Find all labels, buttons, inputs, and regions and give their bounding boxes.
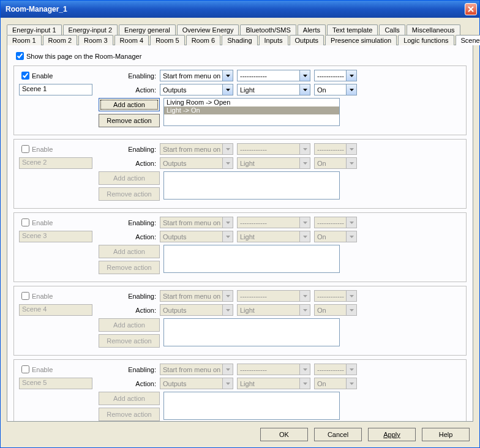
select-value: Start from menu on [160, 365, 222, 374]
select-value: Light [238, 86, 299, 94]
select-value: Outputs [160, 159, 222, 168]
list-item[interactable]: Living Room -> Open [164, 99, 339, 106]
select-value: Outputs [160, 306, 222, 315]
scene-name-input: Scene 3 [19, 231, 92, 242]
select: On [314, 304, 357, 316]
select[interactable]: ------------ [237, 70, 310, 81]
chevron-down-icon [222, 217, 233, 228]
action-label: Action: [86, 307, 160, 314]
select[interactable]: On [314, 84, 357, 95]
actions-listbox [163, 245, 340, 273]
select-value: On [315, 233, 346, 241]
tab-text-template[interactable]: Text template [327, 24, 378, 35]
tab-room-4[interactable]: Room 4 [114, 35, 149, 45]
select[interactable]: Start from menu on [160, 70, 233, 81]
actions-listbox[interactable]: Living Room -> OpenLight -> On [163, 98, 340, 126]
window-title: Room-Manager_1 [3, 5, 67, 13]
chevron-down-icon [299, 364, 310, 375]
chevron-down-icon [299, 305, 310, 315]
tab-outputs[interactable]: Outputs [290, 35, 324, 45]
remove-action-button[interactable]: Remove action [99, 114, 160, 127]
select-value: Light [238, 233, 299, 241]
enable-checkbox[interactable] [21, 218, 29, 226]
select: Outputs [160, 378, 233, 389]
select-value: ------------ [315, 365, 346, 374]
apply-button[interactable]: Apply [368, 428, 416, 441]
tab-energy-input-2[interactable]: Energy-input 2 [63, 24, 118, 35]
close-button[interactable] [465, 3, 477, 15]
enabling-label: Enabling: [86, 293, 160, 300]
select: Light [237, 378, 310, 389]
select: ------------ [314, 217, 357, 228]
dialog-footer: OK Cancel Apply Help [7, 422, 473, 444]
tab-room-6[interactable]: Room 6 [186, 35, 221, 45]
select[interactable]: ------------ [314, 70, 357, 81]
chevron-down-icon [299, 144, 310, 154]
tab-overview-energy[interactable]: Overview Energy [177, 24, 239, 35]
chevron-down-icon [299, 84, 310, 95]
select-value: ------------ [238, 365, 299, 374]
actions-listbox [163, 318, 340, 346]
show-page-label: Show this page on the Room-Manager [26, 53, 141, 60]
tab-scenes[interactable]: Scenes [456, 35, 480, 45]
enable-label: Enable [32, 72, 53, 80]
select-value: Start from menu on [160, 145, 222, 154]
action-label: Action: [86, 380, 160, 387]
tab-miscellaneous[interactable]: Miscellaneous [407, 24, 460, 35]
select: ------------ [314, 290, 357, 302]
scene-group-2: EnableEnabling:Start from menu on-------… [13, 139, 467, 209]
select: Outputs [160, 304, 233, 316]
help-button[interactable]: Help [422, 428, 470, 441]
chevron-down-icon [346, 84, 356, 95]
tab-room-1[interactable]: Room 1 [7, 35, 42, 45]
select: Outputs [160, 157, 233, 169]
add-action-button: Add action [99, 318, 160, 332]
select-value: On [315, 306, 346, 315]
tab-shading[interactable]: Shading [222, 35, 257, 45]
tab-room-5[interactable]: Room 5 [150, 35, 185, 45]
enabling-label: Enabling: [86, 146, 160, 153]
enable-checkbox[interactable] [21, 145, 29, 153]
tab-inputs[interactable]: Inputs [259, 35, 288, 45]
enable-checkbox[interactable] [21, 72, 29, 80]
select: ------------ [314, 143, 357, 155]
enable-checkbox[interactable] [21, 365, 29, 373]
scene-name-input: Scene 5 [19, 378, 92, 389]
list-item[interactable]: Light -> On [164, 106, 339, 114]
cancel-button[interactable]: Cancel [314, 428, 362, 441]
scene-name-input[interactable]: Scene 1 [19, 84, 92, 95]
tab-energy-input-1[interactable]: Energy-input 1 [7, 24, 62, 35]
tab-alerts[interactable]: Alerts [298, 24, 326, 35]
select: Light [237, 304, 310, 316]
enable-label: Enable [32, 219, 53, 226]
add-action-button[interactable]: Add action [99, 98, 160, 111]
enabling-label: Enabling: [86, 366, 160, 373]
select-value: ------------ [315, 72, 346, 80]
select-value: ------------ [315, 292, 346, 301]
select[interactable]: Light [237, 84, 310, 95]
select-value: ------------ [315, 145, 346, 154]
close-icon [468, 6, 474, 12]
chevron-down-icon [299, 217, 310, 228]
tab-presence-simulation[interactable]: Presence simulation [325, 35, 397, 45]
select-value: Start from menu on [160, 72, 222, 80]
tab-energy-general[interactable]: Energy general [119, 24, 176, 35]
enable-checkbox[interactable] [21, 292, 29, 300]
add-action-button: Add action [99, 392, 160, 405]
select: ------------ [237, 143, 310, 155]
tab-bluetooth-sms[interactable]: Bluetooth/SMS [240, 24, 296, 35]
tab-calls[interactable]: Calls [379, 24, 405, 35]
select: Start from menu on [160, 143, 233, 155]
chevron-down-icon [222, 84, 233, 95]
show-page-checkbox[interactable] [16, 52, 24, 60]
select[interactable]: Outputs [160, 84, 233, 95]
tab-logic-functions[interactable]: Logic functions [398, 35, 454, 45]
tab-set: Energy-input 1Energy-input 2Energy gener… [7, 24, 473, 45]
chevron-down-icon [222, 231, 233, 242]
select-value: ------------ [238, 145, 299, 154]
chevron-down-icon [299, 158, 310, 168]
ok-button[interactable]: OK [260, 428, 308, 441]
add-action-button: Add action [99, 245, 160, 258]
tab-room-3[interactable]: Room 3 [78, 35, 113, 45]
tab-room-2[interactable]: Room 2 [43, 35, 78, 45]
